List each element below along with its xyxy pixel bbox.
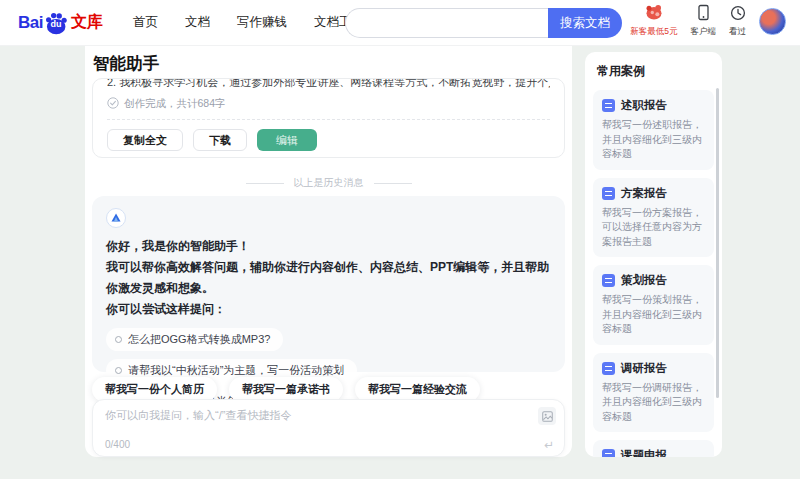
viewed-label: 看过	[729, 26, 746, 38]
baidu-wenku-logo[interactable]: Bai du 文库	[18, 11, 103, 35]
nav-documents[interactable]: 文档	[185, 14, 210, 31]
welcome-prompt-hint: 你可以尝试这样提问：	[106, 299, 551, 320]
suggestion-chip[interactable]: 怎么把OGG格式转换成MP3?	[106, 328, 283, 351]
document-icon	[602, 99, 615, 112]
edit-button[interactable]: 编辑	[257, 129, 317, 151]
promo-mascot-icon	[644, 4, 664, 24]
document-clipped-text: 2. 我积极寻求学习机会，通过参加外部专业讲座、网络课程等方式，不断拓宽视野，提…	[107, 79, 550, 89]
viewed-history-entry[interactable]: 看过	[729, 5, 746, 38]
logo-text-wenku: 文库	[71, 12, 103, 33]
assistant-panel: 智能助手 2. 我积极寻求学习机会，通过参加外部专业讲座、网络课程等方式，不断拓…	[85, 46, 572, 457]
image-upload-button[interactable]	[538, 407, 556, 425]
case-item-project-application[interactable]: 课题申报 帮我写一份课题申报材料，课题自选	[593, 440, 714, 457]
bullet-circle-icon	[115, 367, 122, 374]
char-counter: 0/400	[105, 439, 130, 450]
creation-status: 创作完成，共计684字	[107, 97, 550, 111]
status-text: 创作完成，共计684字	[124, 97, 226, 111]
client-app-entry[interactable]: 客户端	[691, 4, 717, 38]
clock-icon	[730, 5, 746, 24]
document-icon	[602, 362, 615, 375]
client-label: 客户端	[691, 26, 717, 38]
baidu-paw-icon: du	[44, 11, 68, 35]
welcome-intro: 我可以帮你高效解答问题，辅助你进行内容创作、内容总结、PPT编辑等，并且帮助你激…	[106, 257, 551, 299]
header-actions: 新客最低5元 客户端 看过	[630, 4, 786, 38]
search-button[interactable]: 搜索文档	[548, 8, 622, 38]
case-item-shuzhi-report[interactable]: 述职报告 帮我写一份述职报告，并且内容细化到三级内容标题	[593, 90, 714, 170]
common-cases-sidebar: 常用案例 述职报告 帮我写一份述职报告，并且内容细化到三级内容标题 方案报告 帮…	[585, 52, 722, 457]
chat-input-box: 0/400 ↵	[92, 399, 565, 457]
logo-text-du: du	[50, 19, 61, 29]
case-item-planning-report[interactable]: 策划报告 帮我写一份策划报告，并且内容细化到三级内容标题	[593, 265, 714, 345]
dashed-divider	[107, 119, 550, 120]
document-icon	[602, 449, 615, 457]
promo-entry[interactable]: 新客最低5元	[630, 4, 677, 38]
promo-label: 新客最低5元	[630, 26, 677, 38]
sidebar-title: 常用案例	[597, 63, 714, 80]
case-item-plan-report[interactable]: 方案报告 帮我写一份方案报告，可以选择任意内容为方案报告主题	[593, 178, 714, 258]
copy-fulltext-button[interactable]: 复制全文	[107, 129, 183, 151]
chat-input[interactable]	[105, 408, 526, 434]
bullet-circle-icon	[115, 336, 122, 343]
sidebar-scrollbar[interactable]	[716, 88, 719, 398]
history-divider: 以上是历史消息	[85, 176, 572, 190]
nav-write-earn[interactable]: 写作赚钱	[237, 14, 287, 31]
download-button[interactable]: 下载	[193, 129, 247, 151]
welcome-greeting: 你好，我是你的智能助手！	[106, 236, 551, 257]
check-circle-icon	[107, 97, 119, 111]
assistant-avatar-icon	[106, 208, 126, 228]
document-icon	[602, 274, 615, 287]
enter-send-icon[interactable]: ↵	[544, 438, 554, 452]
logo-text-bai: Bai	[18, 13, 43, 33]
top-navbar: Bai du 文库 首页 文档 写作赚钱 文档工具 更多 搜索文档	[0, 0, 800, 46]
page-title: 智能助手	[93, 53, 159, 75]
search-input[interactable]	[345, 8, 548, 38]
nav-home[interactable]: 首页	[133, 14, 158, 31]
assistant-welcome-message: 你好，我是你的智能助手！ 我可以帮你高效解答问题，辅助你进行内容创作、内容总结、…	[92, 196, 565, 372]
phone-icon	[696, 4, 711, 24]
case-item-research-report[interactable]: 调研报告 帮我写一份调研报告，并且内容细化到三级内容标题	[593, 353, 714, 433]
generated-document-card: 2. 我积极寻求学习机会，通过参加外部专业讲座、网络课程等方式，不断拓宽视野，提…	[92, 78, 565, 158]
document-icon	[602, 187, 615, 200]
user-avatar[interactable]	[759, 8, 786, 35]
search-bar: 搜索文档	[345, 8, 622, 38]
